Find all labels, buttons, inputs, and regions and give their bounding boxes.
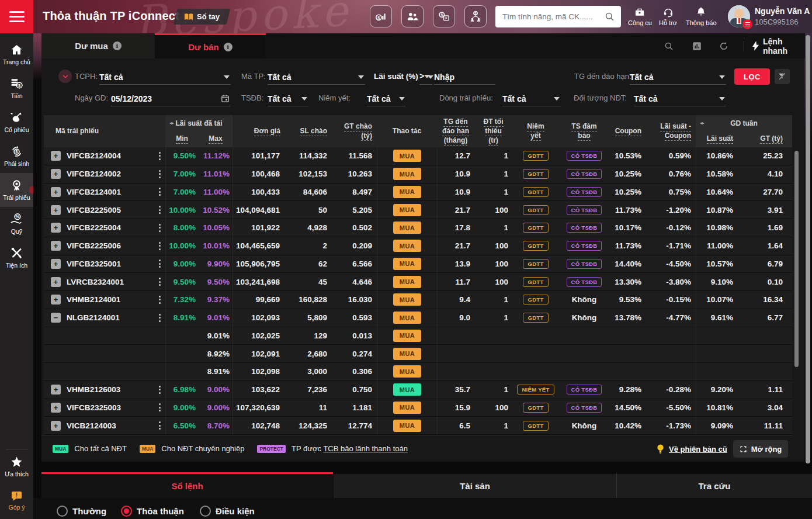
buy-button[interactable]: MUA xyxy=(393,150,421,162)
row-menu-icon[interactable] xyxy=(159,206,161,214)
filter-ngaygd-input[interactable]: 05/12/2023 xyxy=(111,90,231,106)
calendar-icon[interactable] xyxy=(221,94,230,103)
old-version-link[interactable]: Về phiên bản cũ xyxy=(656,435,727,462)
filter-laisuat-input[interactable]: Nhập xyxy=(434,68,495,85)
col-group-gd-tuan-header[interactable]: ◂▸GD tuần xyxy=(696,115,792,131)
col-header-ls-coupon[interactable]: Lãi suất -Coupon xyxy=(645,115,696,147)
col-header-tg-dao-han[interactable]: TG đếnđáo hạn(tháng) xyxy=(437,115,474,147)
refresh-icon[interactable] xyxy=(718,40,730,52)
sidebar-item-trai-phieu[interactable]: Trái phiếu xyxy=(0,173,33,207)
col-header-gd-gt[interactable]: GT (tỷ) xyxy=(738,131,792,147)
search-icon[interactable] xyxy=(604,11,615,22)
buy-button[interactable]: MUA xyxy=(393,168,421,180)
search-input[interactable]: Tìm tính năng, mã CK...... xyxy=(495,6,621,27)
row-menu-icon[interactable] xyxy=(159,386,161,394)
col-header-max[interactable]: Max xyxy=(199,131,233,147)
row-menu-icon[interactable] xyxy=(159,421,161,430)
expand-row-button[interactable]: + xyxy=(51,241,61,251)
buy-button[interactable]: MUA xyxy=(393,365,421,378)
col-header-coupon[interactable]: Coupon xyxy=(609,115,645,147)
filter-tcph-select[interactable]: Tất cả xyxy=(99,68,231,85)
buy-button[interactable]: MUA xyxy=(393,276,421,288)
clear-filter-button[interactable] xyxy=(775,69,790,84)
filter-doituong-select[interactable]: Tất cả xyxy=(634,90,726,106)
partners-icon-button[interactable] xyxy=(401,5,424,27)
buy-button[interactable]: MUA xyxy=(393,420,421,432)
expand-row-button[interactable]: + xyxy=(51,205,61,215)
bottom-tab-so-lenh[interactable]: Sổ lệnh xyxy=(41,472,333,498)
buy-button[interactable]: MUA xyxy=(393,383,421,396)
col-header-don-gia[interactable]: Đơn giá xyxy=(233,115,284,147)
col-header-sl-chao[interactable]: SL chào xyxy=(284,115,332,147)
filter-niemyet-select[interactable]: Tất cả xyxy=(367,90,406,106)
buy-button[interactable]: MUA xyxy=(393,293,421,306)
collapse-columns-icon[interactable]: ◂▸ xyxy=(698,119,706,127)
col-header-gd-lai-suat[interactable]: Lãi suất xyxy=(696,131,738,147)
sidebar-item-gop-y[interactable]: !Góp ý xyxy=(0,483,33,517)
row-menu-icon[interactable] xyxy=(159,224,161,232)
row-menu-icon[interactable] xyxy=(159,296,161,304)
radio-thoa-thuan[interactable]: Thỏa thuận xyxy=(121,506,184,517)
buy-button[interactable]: MUA xyxy=(393,348,421,360)
page-scrollbar[interactable] xyxy=(806,35,810,463)
sidebar-item-tien-ich[interactable]: Tiện ích xyxy=(0,241,33,275)
filter-matp-select[interactable]: Tất cả xyxy=(268,68,365,85)
row-menu-icon[interactable] xyxy=(159,170,161,178)
expand-row-button[interactable]: + xyxy=(51,403,61,413)
tab-du-ban[interactable]: Dư bán i xyxy=(155,33,266,58)
filter-tg-select[interactable]: Tất cả xyxy=(630,68,726,85)
tools-nav-item[interactable]: Công cụ xyxy=(628,6,652,26)
sidebar-item-phai-sinh[interactable]: $Phái sinh xyxy=(0,139,33,173)
expand-row-button[interactable]: + xyxy=(51,295,61,305)
chart-view-icon[interactable] xyxy=(691,40,703,52)
col-header-niem-yet[interactable]: Niêmyết xyxy=(512,115,559,147)
quick-order-button[interactable]: Lệnh nhanh xyxy=(752,33,805,58)
handbook-badge[interactable]: Sổ tay xyxy=(175,9,228,25)
bottom-tab-tra-cuu[interactable]: Tra cứu xyxy=(616,472,812,498)
row-menu-icon[interactable] xyxy=(159,242,161,250)
table-scrollbar[interactable] xyxy=(794,151,799,367)
buy-button[interactable]: MUA xyxy=(393,186,421,198)
buy-button[interactable]: MUA xyxy=(393,402,421,414)
buy-button[interactable]: MUA xyxy=(393,330,421,342)
support-nav-item[interactable]: Hỗ trợ xyxy=(659,6,677,26)
bond-coin-chart-icon-button[interactable]: $ xyxy=(370,5,392,27)
expand-row-button[interactable]: + xyxy=(51,259,61,269)
affiliate-network-icon-button[interactable]: $ xyxy=(464,5,487,27)
sidebar-item-co-phieu[interactable]: Cổ phiếu xyxy=(0,105,33,139)
expand-row-button[interactable]: + xyxy=(51,223,61,233)
radio-thuong[interactable]: Thường xyxy=(57,506,106,517)
row-menu-icon[interactable] xyxy=(159,188,161,196)
col-header-gt-chao[interactable]: GT chào(tỷ) xyxy=(332,115,377,147)
expand-row-button[interactable]: + xyxy=(51,421,61,431)
expand-row-button[interactable]: + xyxy=(51,151,61,161)
table-search-icon[interactable] xyxy=(663,40,675,52)
buy-button[interactable]: MUA xyxy=(393,222,421,234)
col-header-min[interactable]: Min xyxy=(165,131,199,147)
row-menu-icon[interactable] xyxy=(159,278,161,286)
row-menu-icon[interactable] xyxy=(159,152,161,160)
radio-dieu-kien[interactable]: Điều kiện xyxy=(200,506,255,517)
bottom-tab-tai-san[interactable]: Tài sản xyxy=(333,472,616,498)
sidebar-item-tien[interactable]: $Tiền xyxy=(0,71,33,105)
expand-row-button[interactable]: + xyxy=(51,187,61,197)
filter-operator-select[interactable]: > xyxy=(419,68,432,85)
buy-button[interactable]: MUA xyxy=(393,204,421,216)
notifications-nav-item[interactable]: Thông báo xyxy=(686,6,717,26)
expand-row-button[interactable]: + xyxy=(51,385,61,395)
expand-row-button[interactable]: + xyxy=(51,169,61,179)
row-menu-icon[interactable] xyxy=(159,403,161,411)
legend-link[interactable]: TCB bảo lãnh thanh toán xyxy=(323,444,408,453)
tab-du-mua[interactable]: Dư mua i xyxy=(41,33,155,58)
expand-row-button[interactable]: + xyxy=(51,277,61,287)
col-header-dt-toi-thieu[interactable]: ĐT tốithiểu(tr) xyxy=(474,115,512,147)
row-menu-icon[interactable] xyxy=(159,314,161,322)
sidebar-item-trang-chu[interactable]: Trang chủ xyxy=(0,37,33,71)
buy-button[interactable]: MUA xyxy=(393,312,421,324)
buy-button[interactable]: MUA xyxy=(393,258,421,270)
collapse-columns-icon[interactable]: ◂▸ xyxy=(168,119,176,127)
collapse-filters-button[interactable] xyxy=(58,70,72,83)
filter-tsdb-select[interactable]: Tất cả xyxy=(268,90,308,106)
collapse-row-button[interactable]: − xyxy=(51,313,61,323)
filter-dongtp-select[interactable]: Tất cả xyxy=(502,90,561,106)
